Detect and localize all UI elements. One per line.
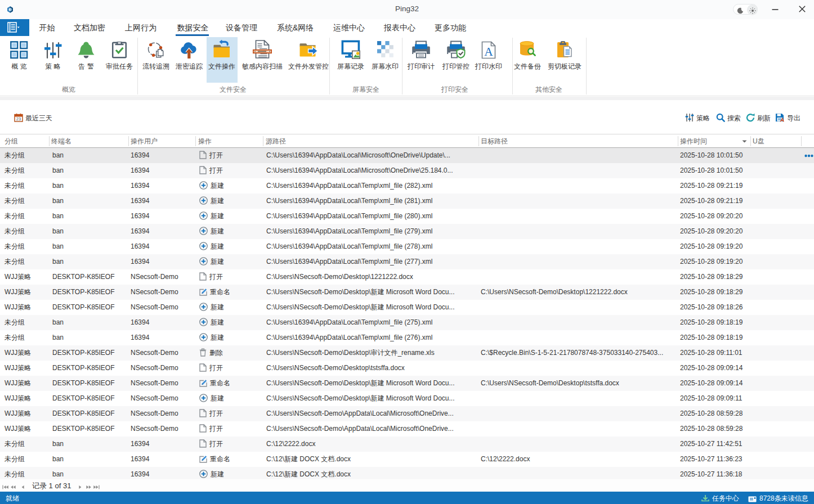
svg-text:A: A — [484, 45, 493, 58]
svg-text:23: 23 — [16, 116, 21, 122]
